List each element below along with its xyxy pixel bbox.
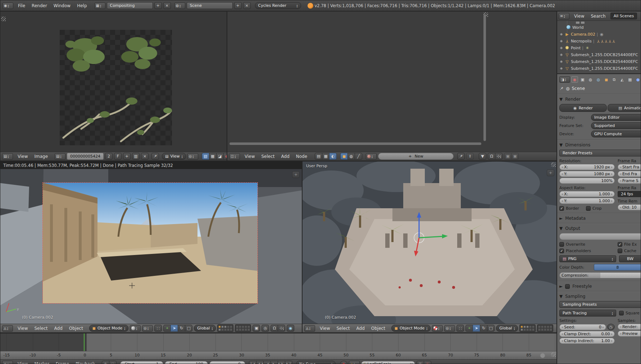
panel-header-metadata[interactable]: ►Metadata xyxy=(559,214,641,222)
jump-to-end-button[interactable]: ▶| xyxy=(285,361,292,364)
menu-item[interactable]: Window xyxy=(50,3,74,8)
texture-nodes-toggle[interactable]: ▦ xyxy=(322,153,329,160)
node-editor-vscrollbar[interactable] xyxy=(483,14,486,141)
freestyle-checkbox[interactable] xyxy=(565,284,570,289)
resolution-y-field[interactable]: ◂Y:1080 px▸ xyxy=(559,171,615,177)
menu-item[interactable]: Object xyxy=(66,326,86,331)
compositing-nodes-toggle[interactable]: ◐ xyxy=(329,153,337,160)
device-select[interactable]: GPU Compute▴▾ xyxy=(591,131,641,137)
outliner-row-point[interactable]: + Point | ✳︎ xyxy=(557,45,641,51)
expand-icon[interactable]: + xyxy=(559,46,563,50)
outliner-row-world[interactable]: World xyxy=(557,24,641,31)
fake-user-button[interactable]: F xyxy=(114,153,122,160)
snap-magnet-toggle[interactable]: Ω xyxy=(488,153,495,160)
sync-mode-select[interactable]: No Sync▴▾ xyxy=(296,361,336,364)
channel-zbuffer-toggle[interactable]: ◪ xyxy=(216,153,224,160)
scene-field[interactable]: Scene xyxy=(187,2,233,9)
file-format-select[interactable]: ▤PNG▴▾ xyxy=(559,255,616,262)
layers-grid-1[interactable] xyxy=(217,324,233,332)
add-layout-button[interactable]: + xyxy=(154,2,162,9)
menu-item[interactable]: Add xyxy=(278,154,293,159)
screen-layout-field[interactable]: Compositing xyxy=(107,2,153,9)
start-frame-field[interactable]: ◂Start Fra xyxy=(618,164,641,170)
menu-item[interactable]: Help xyxy=(74,3,90,8)
add-scene-button[interactable]: + xyxy=(234,2,242,9)
menu-item[interactable]: Playback xyxy=(72,361,98,364)
panel-header-dimensions[interactable]: ▼Dimensions xyxy=(559,141,641,149)
orientation-select[interactable]: Global▴▾ xyxy=(194,325,216,332)
end-frame-field[interactable]: ◂End Fra xyxy=(618,171,641,177)
border-checkbox[interactable]: ✓ xyxy=(559,206,564,211)
menu-item[interactable]: File xyxy=(15,3,28,8)
lock-frame-button[interactable]: ⍈ xyxy=(109,361,117,364)
layers-grid-2[interactable] xyxy=(537,324,553,332)
manipulate-origins-toggle[interactable]: ⸬ xyxy=(456,325,464,332)
editor-type-button[interactable]: ◬▴▾ xyxy=(304,325,315,332)
world-context-toggle[interactable]: ◍ xyxy=(347,153,355,160)
crop-checkbox[interactable] xyxy=(586,206,591,211)
snap-magnet-toggle[interactable]: Ω xyxy=(271,325,278,332)
rotate-manipulator-toggle[interactable]: ↻ xyxy=(480,325,487,332)
delete-layout-button[interactable]: × xyxy=(163,2,171,9)
animate-seed-button[interactable]: ◷ xyxy=(607,324,615,330)
channel-alpha-toggle[interactable]: ▦ xyxy=(209,153,217,160)
scene-icon-button[interactable]: ◍▴▾ xyxy=(174,3,185,9)
editor-type-button[interactable]: ◷▴▾ xyxy=(2,361,13,364)
open-image-button[interactable]: ▥ xyxy=(132,153,140,160)
shading-select[interactable]: ▴▾ xyxy=(432,325,443,332)
seed-field[interactable]: ◂Seed:0▸ xyxy=(559,324,606,330)
editor-type-button[interactable]: ▤▴▾ xyxy=(2,153,13,160)
integrator-select[interactable]: Path Tracing▴▾ xyxy=(559,310,616,317)
color-mode-bw-button[interactable]: BW xyxy=(619,255,641,262)
rotate-manipulator-toggle[interactable]: ↻ xyxy=(178,325,185,332)
render-engine-select[interactable]: Cycles Render▴▾ xyxy=(255,2,301,9)
image-name-field[interactable]: 000000005424 xyxy=(67,153,104,160)
menu-item[interactable]: Render xyxy=(28,3,50,8)
pivot-select[interactable]: ◎▴▾ xyxy=(187,153,198,160)
mode-select[interactable]: ◼Object Mode▴▾ xyxy=(89,325,128,332)
area-corner-handle[interactable] xyxy=(551,352,556,357)
color-depth-8-button[interactable]: 8 xyxy=(594,264,641,270)
manipulate-origins-toggle[interactable]: ⸬ xyxy=(154,325,162,332)
copy-nodes-button[interactable]: ▣ xyxy=(504,153,512,160)
end-frame-field[interactable]: ◂End:100▸ xyxy=(165,361,208,364)
unlink-image-button[interactable]: × xyxy=(141,153,149,160)
node-editor-hscrollbar[interactable] xyxy=(229,142,481,145)
menu-item[interactable]: Object xyxy=(368,326,388,331)
mode-select[interactable]: ◼Object Mode▴▾ xyxy=(391,325,431,332)
timeline-tracks[interactable] xyxy=(0,333,557,351)
region-expand-button[interactable]: + xyxy=(547,169,554,176)
sampling-presets-select[interactable]: Sampling Presets xyxy=(559,301,641,308)
layers-grid-2[interactable] xyxy=(235,324,251,332)
area-corner-handle[interactable] xyxy=(551,162,556,167)
delete-keyframe-button[interactable]: ⚿︎ xyxy=(424,361,431,364)
tab-render-layers[interactable]: ▣ xyxy=(579,76,586,83)
pin-button[interactable]: 📌︎ xyxy=(457,153,465,160)
frame-dropdown-button[interactable]: ◷ xyxy=(102,361,109,364)
current-frame-line[interactable] xyxy=(84,333,85,351)
delete-scene-button[interactable]: × xyxy=(243,2,251,9)
image-datablock-icon[interactable]: ▤▴▾ xyxy=(55,153,65,160)
menu-item[interactable]: Add xyxy=(353,326,368,331)
menu-item[interactable]: Search xyxy=(587,14,609,19)
file-extensions-checkbox[interactable]: ✓ xyxy=(618,242,622,247)
auto-keyframe-toggle[interactable]: ● xyxy=(340,361,347,364)
panel-header-freestyle[interactable]: ►Freestyle xyxy=(559,282,641,290)
frame-rate-select[interactable]: 24 fps xyxy=(618,191,641,197)
menu-item[interactable]: View xyxy=(14,361,31,364)
translate-manipulator-toggle[interactable]: ➤ xyxy=(473,325,480,332)
tab-particles[interactable]: ● xyxy=(635,76,641,83)
outliner-row-submesh-2[interactable]: + ▽ Submesh_1.255.DDCB254400EFC xyxy=(557,58,641,65)
output-path-field[interactable] xyxy=(559,233,641,240)
snap-icon-button[interactable]: ▼ xyxy=(479,153,486,160)
animation-button[interactable]: ▤Animation xyxy=(608,104,641,112)
compression-slider[interactable]: Compression: xyxy=(559,272,641,278)
panel-header-sampling[interactable]: ▼Sampling xyxy=(559,292,641,300)
menu-item[interactable]: Select xyxy=(258,154,278,159)
preview-samples-field[interactable]: ◂Preview xyxy=(618,331,641,337)
outliner-row-submesh-1[interactable]: + ▽ Submesh_1.255.DDCB254400EFC xyxy=(557,51,641,58)
paste-nodes-button[interactable]: ▣ xyxy=(511,153,519,160)
timeline-ruler[interactable]: -15-10-505101520253035404550556065707580… xyxy=(0,351,557,359)
render-opengl-button[interactable]: ◉ xyxy=(287,325,294,332)
expand-icon[interactable]: + xyxy=(559,67,563,70)
